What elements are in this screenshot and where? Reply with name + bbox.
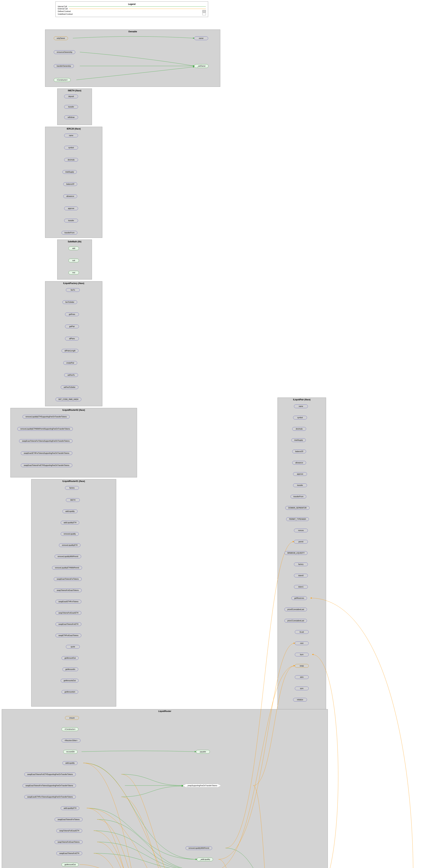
legend-box-defined (202, 10, 206, 12)
node-ilqr01-swapexacttokenseth: swapExactTokensForETH (56, 622, 81, 626)
node-ilqr01-swaptokensexact: swapTokensForExactTokens (54, 589, 82, 592)
node-ilqr02-3: swapExactTokensForTokensSupportingFeeOnT… (19, 439, 72, 443)
node-ilqr01-removeliq: removeLiquidity (61, 532, 79, 536)
node-ilqfactory-setfeetosetter: setFeeToSetter (61, 385, 78, 389)
legend-external: External Call (58, 8, 68, 10)
node-ilqr01-removeliqethpermit: removeLiquidityETHWithPermit (52, 566, 82, 569)
node-ilqpair-domain: DOMAIN_SEPARATOR (285, 506, 310, 510)
node-onlyowner: onlyOwner (54, 36, 68, 40)
node-ilqpair-permit: permit (294, 540, 308, 544)
node-ilqpair-mint: mint (295, 642, 309, 645)
cluster-title-ilqrouter01: ILiquidRouter01 (iface) (32, 480, 115, 483)
node-lr-addliq2: _addLiquidity (197, 858, 213, 861)
node-ilqpair-token0: token0 (294, 574, 308, 578)
node-lr-swaptokensforexacttokens: swapTokensForExactTokens (55, 840, 82, 844)
node-ilqr01-swapexacteth: swapExactETHForTokens (56, 600, 81, 603)
node-ilqr01-addliqeth: addLiquidityETH (61, 521, 79, 524)
node-ilqr01-addliq: addLiquidity (62, 509, 77, 513)
node-lr-receiveether: <Receive Ether> (62, 739, 80, 742)
node-ierc20-approve: approve (64, 207, 78, 210)
node-ierc20-symbol: symbol (64, 146, 78, 150)
node-ilqpair-symbol: symbol (293, 416, 307, 420)
cluster-title-ownable: Ownable (46, 30, 219, 33)
node-ilqpair-nonces: nonces (294, 529, 308, 532)
node-ilqpair-transferfrom: transferFrom (291, 495, 306, 498)
node-iweth-deposit: deposit (64, 95, 78, 98)
cluster-title-safemath: SafeMath (lib) (58, 241, 91, 243)
node-ilqfactory-getfees: getFees (65, 312, 79, 316)
node-ilqpair-allowance: allowance (292, 461, 306, 465)
node-ilqr01-swapethexact: swapETHForExactTokens (56, 633, 81, 637)
legend-undefined: Undefined Contract (58, 13, 73, 15)
node-ilqfactory-createpair: createPair (63, 361, 77, 365)
node-ilqpair-initialize: initialize (293, 698, 307, 702)
node-lr-constructor: <Constructor> (62, 727, 78, 731)
node-ilqpair-skim: skim (295, 675, 309, 679)
node-ilqr02-2: removeLiquidityETHWithPermitSupportingFe… (18, 427, 73, 431)
node-ilqpair-klast: kLast (295, 630, 309, 634)
node-ilqpair-minliq: MINIMUM_LIQUIDITY (284, 551, 307, 555)
node-safemath-sub: sub (68, 259, 79, 262)
node-ilqr01-weth: WETH (66, 498, 80, 502)
node-ilqr01-removeliqeth: removeLiquidityETH (59, 544, 80, 547)
node-ierc20-name: name (64, 134, 78, 137)
node-lr-payable: payable (196, 750, 210, 753)
node-owner: owner (194, 36, 208, 40)
node-ilqr01-quote: quote (66, 645, 80, 649)
node-lr-swapfee: _swapSupportingFeeOnTransferTokens (183, 784, 221, 787)
node-ilqr02-4: swapExactETHForTokensSupportingFeeOnTran… (21, 452, 72, 455)
legend-defined: Defined Contract (58, 10, 71, 12)
node-lr-removeliqwithpermit: removeLiquidityWithPermit (185, 846, 212, 850)
node-ilqpair-transfer: transfer (293, 484, 307, 487)
node-ilqpair-price1: price1CumulativeLast (284, 619, 307, 623)
node-ilqpair-decimals: decimals (292, 427, 306, 431)
node-ierc20-allowance: allowance (63, 194, 77, 198)
node-ilqpair-approve: approve (293, 472, 307, 476)
node-ilqfactory-feeto: feeTo (66, 288, 80, 292)
node-ilqpair-sync: sync (295, 687, 309, 690)
node-ilqfactory-feetosetter: feeToSetter (62, 300, 77, 304)
node-ierc20-totalsupply: totalSupply (62, 170, 77, 174)
node-ilqr02-5: swapExactTokensForETHSupportingFeeOnTran… (21, 464, 72, 467)
node-ilqr01-getamountout: getAmountOut (62, 656, 78, 660)
node-ilqr01-getamountin: getAmountIn (62, 668, 78, 671)
node-iweth-withdraw: withdraw (64, 116, 78, 119)
node-lr-swapexacttokensfortokens: swapExactTokensForTokens (55, 818, 82, 821)
node-ilqfactory-initcode: INIT_CODE_PAIR_HASH (56, 398, 81, 401)
node-lr-recovereth: recoverEth (63, 750, 77, 753)
node-ilqpair-totalsupply: totalSupply (291, 438, 306, 442)
node-ierc20-decimals: decimals (64, 158, 78, 162)
node-transferownership: transferOwnership (54, 64, 74, 68)
node-ilqr01-getamountsin: getAmountsIn (62, 690, 78, 694)
cluster-title-iweth: IWETH (iface) (58, 89, 91, 92)
node-ownable-constructor: <Constructor> (54, 78, 71, 82)
node-ilqpair-name: name (294, 404, 308, 408)
node-safemath-mul: mul (68, 271, 79, 275)
node-ilqpair-getreserves: getReserves (291, 596, 307, 600)
node-ilqpair-factory: factory (294, 562, 308, 566)
cluster-title-ilqpair: ILiquidPair (iface) (278, 398, 325, 401)
cluster-ilqrouter01: ILiquidRouter01 (iface) (31, 479, 116, 707)
node-lr-swapexacttokensforeth: swapExactTokensForETH (56, 851, 82, 855)
node-lr-addliquidityeth: addLiquidityETH (61, 806, 79, 810)
node-ilqpair-balanceof: balanceOf (292, 450, 306, 453)
node-ilqpair-burn: burn (295, 653, 309, 656)
node-ilqr01-factory: factory (65, 486, 79, 490)
legend-internal: Internal Call (58, 5, 67, 7)
node-ilqr01-swapexacttokens: swapExactTokensForTokens (54, 577, 82, 581)
node-setowner: _setOwner (194, 64, 208, 68)
node-ilqpair-price0: price0CumulativeLast (284, 608, 307, 611)
node-lr-swapexacttokensethfee: swapExactTokensForETHSupportingFeeOnTran… (24, 773, 76, 776)
node-lr-addliquidity: addLiquidity (62, 761, 77, 765)
legend-title: Legend (58, 3, 206, 5)
node-ilqfactory-setfeeto: setFeeTo (64, 373, 78, 377)
legend-line-internal (68, 6, 206, 7)
cluster-title-ilqfactory: ILiquidFactory (iface) (46, 282, 101, 284)
node-lr-swaptokensforexacteth: swapTokensForExactETH (56, 829, 82, 833)
node-iweth-transfer: transfer (64, 105, 78, 109)
node-ilqr01-getamountsout: getAmountsOut (61, 679, 78, 682)
node-lr-getamountout: getAmountOut (62, 863, 78, 866)
legend: Legend Internal Call External Call Defin… (56, 1, 208, 17)
legend-box-undefined (202, 13, 206, 15)
node-ilqr01-swaptokenseth: swapTokensForExactETH (56, 611, 81, 615)
